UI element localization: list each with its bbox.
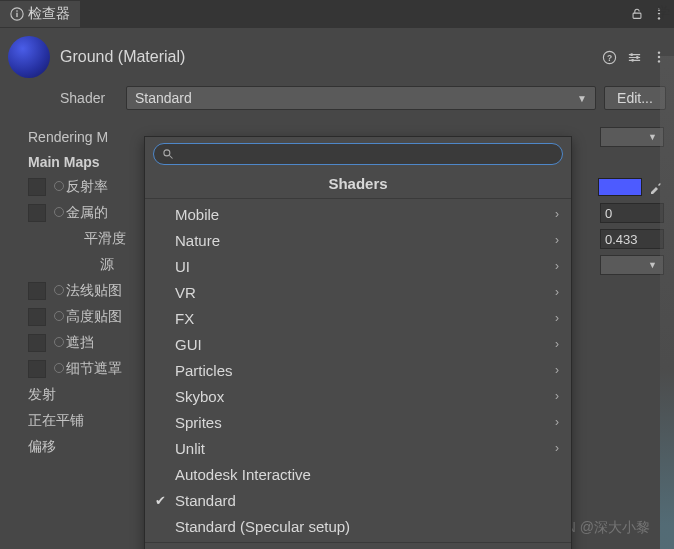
shader-item-skybox[interactable]: Skybox› bbox=[145, 383, 571, 409]
tab-bar: 检查器 bbox=[0, 0, 674, 28]
source-dropdown[interactable]: ▼ bbox=[600, 255, 664, 275]
svg-rect-3 bbox=[633, 13, 641, 18]
chevron-right-icon: › bbox=[555, 415, 559, 429]
search-input[interactable] bbox=[180, 147, 554, 162]
height-texture-slot[interactable] bbox=[28, 308, 46, 326]
right-edge-strip bbox=[660, 56, 674, 549]
material-header: Ground (Material) ? bbox=[0, 28, 674, 84]
rendering-mode-dropdown[interactable]: ▼ bbox=[600, 127, 664, 147]
settings-icon[interactable] bbox=[627, 50, 642, 65]
chevron-right-icon: › bbox=[555, 233, 559, 247]
normal-texture-slot[interactable] bbox=[28, 282, 46, 300]
svg-point-11 bbox=[631, 58, 634, 61]
popup-separator bbox=[145, 542, 571, 543]
chevron-right-icon: › bbox=[555, 441, 559, 455]
search-box[interactable] bbox=[153, 143, 563, 165]
albedo-color-swatch[interactable] bbox=[598, 178, 642, 196]
chevron-right-icon: › bbox=[555, 311, 559, 325]
chevron-right-icon: › bbox=[555, 259, 559, 273]
popup-title: Shaders bbox=[145, 171, 571, 199]
clipped-text: 学 bbox=[656, 4, 670, 22]
shader-item-fx[interactable]: FX› bbox=[145, 305, 571, 331]
radio-icon[interactable] bbox=[54, 363, 64, 373]
chevron-right-icon: › bbox=[555, 207, 559, 221]
info-icon bbox=[10, 7, 24, 21]
shader-item-standard[interactable]: ✔Standard bbox=[145, 487, 571, 513]
albedo-texture-slot[interactable] bbox=[28, 178, 46, 196]
popup-search-row bbox=[145, 137, 571, 171]
shader-popup: Shaders Mobile› Nature› UI› VR› FX› GUI›… bbox=[144, 136, 572, 549]
svg-point-9 bbox=[630, 53, 633, 56]
shader-item-mobile[interactable]: Mobile› bbox=[145, 201, 571, 227]
material-name: Ground (Material) bbox=[60, 48, 602, 66]
shader-item-autodesk[interactable]: Autodesk Interactive bbox=[145, 461, 571, 487]
material-preview-sphere[interactable] bbox=[8, 36, 50, 78]
chevron-right-icon: › bbox=[555, 285, 559, 299]
svg-point-12 bbox=[658, 51, 660, 53]
radio-icon[interactable] bbox=[54, 181, 64, 191]
chevron-down-icon: ▼ bbox=[577, 93, 587, 104]
shader-item-particles[interactable]: Particles› bbox=[145, 357, 571, 383]
chevron-right-icon: › bbox=[555, 337, 559, 351]
svg-rect-2 bbox=[16, 10, 17, 11]
svg-rect-1 bbox=[16, 13, 17, 17]
radio-icon[interactable] bbox=[54, 207, 64, 217]
smoothness-field[interactable] bbox=[600, 229, 664, 249]
metallic-field[interactable] bbox=[600, 203, 664, 223]
svg-point-10 bbox=[636, 56, 639, 59]
inspector-tab[interactable]: 检查器 bbox=[0, 1, 80, 27]
help-icon[interactable]: ? bbox=[602, 50, 617, 65]
lock-icon[interactable] bbox=[630, 7, 644, 21]
shader-label: Shader bbox=[60, 90, 118, 106]
search-icon bbox=[162, 148, 174, 160]
shader-item-sprites[interactable]: Sprites› bbox=[145, 409, 571, 435]
shader-item-nature[interactable]: Nature› bbox=[145, 227, 571, 253]
svg-line-16 bbox=[170, 156, 173, 159]
radio-icon[interactable] bbox=[54, 337, 64, 347]
shader-dropdown[interactable]: Standard ▼ bbox=[126, 86, 596, 110]
chevron-right-icon: › bbox=[555, 389, 559, 403]
radio-icon[interactable] bbox=[54, 285, 64, 295]
shader-dropdown-value: Standard bbox=[135, 90, 192, 106]
chevron-right-icon: › bbox=[555, 363, 559, 377]
edit-button[interactable]: Edit... bbox=[604, 86, 666, 110]
svg-text:?: ? bbox=[607, 52, 612, 62]
shader-item-ui[interactable]: UI› bbox=[145, 253, 571, 279]
svg-point-15 bbox=[164, 150, 170, 156]
shader-item-vr[interactable]: VR› bbox=[145, 279, 571, 305]
shader-item-unlit[interactable]: Unlit› bbox=[145, 435, 571, 461]
popup-list: Mobile› Nature› UI› VR› FX› GUI› Particl… bbox=[145, 199, 571, 549]
check-icon: ✔ bbox=[155, 493, 166, 508]
metallic-texture-slot[interactable] bbox=[28, 204, 46, 222]
tab-title: 检查器 bbox=[28, 5, 70, 23]
shader-item-standard-specular[interactable]: Standard (Specular setup) bbox=[145, 513, 571, 539]
detail-mask-texture-slot[interactable] bbox=[28, 360, 46, 378]
inspector-content: Ground (Material) ? Shader Standard ▼ Ed… bbox=[0, 28, 674, 549]
occlusion-texture-slot[interactable] bbox=[28, 334, 46, 352]
material-header-icons: ? bbox=[602, 50, 666, 65]
shader-row: Shader Standard ▼ Edit... bbox=[0, 84, 674, 116]
radio-icon[interactable] bbox=[54, 311, 64, 321]
shader-item-gui[interactable]: GUI› bbox=[145, 331, 571, 357]
